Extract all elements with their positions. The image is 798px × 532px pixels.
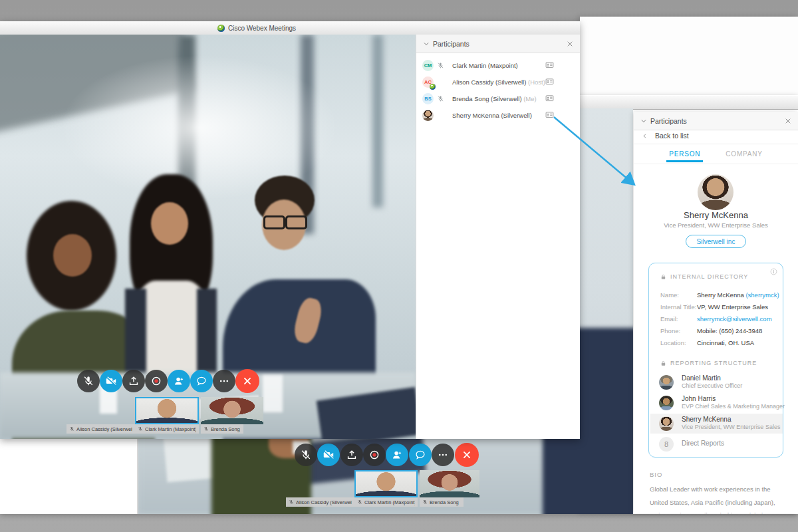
participant-row[interactable]: Sherry McKenna (Silverwell)	[416, 107, 581, 124]
speaker-name-label: Alison Cassidy (Silverwell)	[286, 497, 354, 507]
mic-off-icon	[289, 499, 294, 505]
mic-off-icon	[437, 62, 444, 69]
video-thumbnail[interactable]	[420, 470, 479, 497]
more-options-icon	[437, 449, 449, 461]
mic-off-icon	[203, 426, 209, 432]
participants-panel-title: Participants	[433, 40, 469, 48]
chat-icon	[414, 449, 426, 461]
mute-button[interactable]	[77, 370, 100, 392]
chevron-down-icon[interactable]	[640, 118, 647, 124]
end-call-button[interactable]	[235, 369, 259, 393]
person-face-shape	[151, 202, 188, 245]
webex-ball-icon	[217, 25, 225, 32]
more-options-button[interactable]	[432, 444, 454, 466]
tab-person[interactable]: PERSON	[668, 146, 702, 162]
mic-off-icon	[82, 375, 94, 387]
more-options-button[interactable]	[213, 370, 235, 392]
video-button[interactable]	[100, 370, 122, 392]
participant-detail-panel: Participants Back to list PERSON COMPANY…	[634, 112, 798, 513]
camera-off-icon	[323, 449, 334, 461]
participants-panel-header: Participants	[416, 35, 580, 53]
share-button[interactable]	[122, 370, 145, 392]
person-face-shape	[53, 234, 92, 277]
record-button[interactable]	[145, 370, 168, 392]
camera-off-icon	[105, 375, 117, 387]
glasses-shape	[285, 215, 307, 229]
video-button[interactable]	[317, 444, 340, 466]
video-thumbnail[interactable]	[354, 470, 418, 497]
close-icon[interactable]	[785, 118, 791, 124]
directory-field: Email: sherrymck@silverwell.com	[649, 315, 784, 327]
avatar	[659, 416, 674, 431]
participants-button[interactable]	[386, 444, 408, 466]
contact-card-icon[interactable]	[545, 78, 555, 86]
chevron-left-icon	[642, 133, 648, 139]
chat-button[interactable]	[409, 444, 432, 466]
detail-panel-title: Participants	[650, 117, 687, 125]
video-thumbnail[interactable]	[201, 397, 263, 424]
company-button[interactable]: Silverwell inc	[686, 235, 746, 248]
mute-button[interactable]	[295, 444, 317, 466]
participant-row[interactable]: BS Brenda Song (Silverwell) (Me)	[416, 90, 581, 107]
window-frame-shape	[372, 35, 383, 207]
contact-card-icon[interactable]	[545, 94, 555, 102]
bio-heading: BIO	[650, 471, 662, 478]
mic-off-icon	[138, 426, 143, 432]
reporting-person-row[interactable]: Daniel Martin Chief Executive Officer	[650, 372, 783, 392]
tab-company[interactable]: COMPANY	[724, 146, 763, 162]
internal-directory-heading: INTERNAL DIRECTORY	[660, 273, 748, 280]
glasses-shape	[263, 215, 285, 229]
reporting-person-row[interactable]: John Harris EVP Chief Sales & Marketing …	[650, 393, 783, 413]
participant-row[interactable]: AC Alison Cassidy (Silverwell) (Host)	[416, 74, 581, 90]
avatar	[659, 375, 674, 390]
participant-name: Alison Cassidy (Silverwell) (Host)	[452, 78, 545, 86]
mic-off-icon	[437, 95, 444, 102]
desktop: Alison Cassidy (Silverwell) Clark Martin…	[0, 0, 798, 532]
chevron-down-icon[interactable]	[423, 41, 430, 47]
mic-off-icon	[69, 426, 74, 432]
username-link[interactable]: (sherrymck)	[745, 291, 779, 299]
back-to-list-button[interactable]: Back to list	[634, 128, 798, 144]
avatar: CM	[422, 60, 434, 71]
share-button[interactable]	[340, 444, 363, 466]
glass-shape	[263, 375, 283, 412]
speaker-name-label: Clark Martin (Maxpoint)	[135, 424, 199, 434]
email-link[interactable]: sherrymck@silverwell.com	[697, 315, 772, 323]
participants-panel: Participants CM Clark Martin (Maxpoint) …	[416, 35, 580, 439]
direct-reports-row[interactable]: 8 Direct Reports	[650, 434, 783, 454]
more-options-icon	[218, 375, 230, 387]
mic-off-icon	[357, 499, 362, 505]
record-icon	[150, 375, 162, 387]
video-thumbnail[interactable]	[135, 397, 199, 424]
end-call-button[interactable]	[455, 443, 479, 467]
speaker-name-label: Clark Martin (Maxpoint)	[354, 497, 418, 507]
avatar: AC	[422, 76, 434, 88]
speaker-name-label: Brenda Song	[201, 424, 243, 434]
speaker-name-label: Brenda Song	[420, 497, 464, 507]
participant-row[interactable]: CM Clark Martin (Maxpoint)	[416, 57, 581, 74]
participants-button[interactable]	[168, 370, 190, 392]
record-button[interactable]	[363, 444, 386, 466]
reporting-person-row-current[interactable]: Sherry McKenna Vice President, WW Enterp…	[650, 414, 783, 434]
end-call-icon	[241, 375, 253, 387]
info-icon[interactable]	[770, 268, 777, 275]
contact-card-icon[interactable]	[545, 61, 555, 69]
chat-button[interactable]	[190, 370, 213, 392]
directory-card: INTERNAL DIRECTORY Name: Sherry McKenna …	[648, 263, 783, 458]
profile-name: Sherry McKenna	[634, 210, 798, 220]
avatar	[422, 110, 434, 121]
close-icon[interactable]	[567, 41, 573, 47]
lock-icon	[660, 274, 666, 280]
lock-icon	[660, 360, 666, 366]
share-upload-icon	[346, 449, 358, 461]
mic-off-icon	[300, 449, 312, 461]
profile-photo	[698, 174, 733, 210]
window-titlebar[interactable]: Cisco Webex Meetings	[0, 21, 580, 36]
share-upload-icon	[128, 375, 140, 387]
contact-card-icon[interactable]	[545, 111, 555, 119]
detail-tabs: PERSON COMPANY	[634, 144, 798, 164]
webex-window-main: Cisco Webex Meetings	[0, 21, 580, 439]
directory-field: Internal Title: VP, WW Enterprise Sales	[649, 303, 784, 315]
participants-icon	[391, 449, 403, 461]
directory-field: Phone: Mobile: (650) 244-3948	[649, 327, 784, 339]
